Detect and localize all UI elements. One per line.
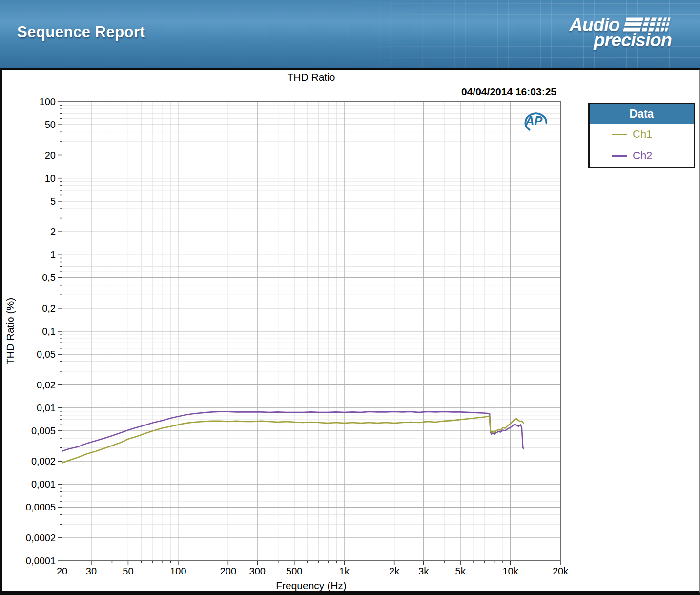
report-header: Sequence Report Audio precision xyxy=(0,0,700,68)
svg-text:20: 20 xyxy=(45,150,56,161)
svg-text:AP: AP xyxy=(525,114,542,128)
svg-text:0,5: 0,5 xyxy=(42,272,56,283)
svg-text:100: 100 xyxy=(40,96,56,107)
series-ch2 xyxy=(62,412,524,451)
svg-text:2k: 2k xyxy=(389,566,400,576)
svg-text:500: 500 xyxy=(286,566,302,576)
svg-text:5k: 5k xyxy=(455,566,466,576)
audio-precision-logo: Audio precision xyxy=(569,17,672,49)
ch1-line-swatch xyxy=(612,134,627,135)
svg-text:10: 10 xyxy=(45,173,56,184)
svg-text:0,01: 0,01 xyxy=(37,403,56,413)
svg-text:0,005: 0,005 xyxy=(31,425,56,436)
svg-text:50: 50 xyxy=(45,119,56,130)
svg-text:300: 300 xyxy=(249,566,266,576)
ap-logo-icon: AP xyxy=(521,108,550,133)
svg-text:2: 2 xyxy=(50,226,56,237)
tick-labels: 1005020105210,50,20,10,050,020,010,0050,… xyxy=(4,96,569,591)
sequence-report-page: Sequence Report Audio precision THD Rati… xyxy=(0,0,700,595)
legend-box: Data Ch1 Ch2 xyxy=(588,103,695,168)
svg-text:0,001: 0,001 xyxy=(31,479,56,489)
ch2-line-swatch xyxy=(612,155,627,157)
svg-text:0,002: 0,002 xyxy=(31,456,56,467)
svg-text:THD Ratio (%): THD Ratio (%) xyxy=(4,298,16,365)
svg-text:10k: 10k xyxy=(502,566,518,576)
svg-text:1: 1 xyxy=(50,249,56,260)
svg-text:20k: 20k xyxy=(553,566,569,576)
svg-text:1k: 1k xyxy=(339,566,350,576)
page-title: Sequence Report xyxy=(17,23,145,41)
axis-ticks xyxy=(58,102,560,565)
ch2-label: Ch2 xyxy=(633,149,652,162)
svg-text:0,02: 0,02 xyxy=(37,380,56,390)
svg-text:Frequency (Hz): Frequency (Hz) xyxy=(276,580,347,591)
svg-text:5: 5 xyxy=(50,196,56,207)
svg-text:0,1: 0,1 xyxy=(42,326,56,337)
svg-text:20: 20 xyxy=(57,566,67,576)
ch1-label: Ch1 xyxy=(633,128,652,141)
svg-text:200: 200 xyxy=(220,566,236,576)
svg-text:0,0001: 0,0001 xyxy=(26,555,56,566)
svg-text:0,2: 0,2 xyxy=(42,303,56,314)
report-content: THD Ratio 04/04/2014 16:03:25 1005020105… xyxy=(0,68,700,595)
svg-text:50: 50 xyxy=(123,566,133,576)
brand-bars-icon xyxy=(623,17,672,32)
legend-title: Data xyxy=(590,104,694,124)
legend-item-ch2: Ch2 xyxy=(590,145,694,167)
series-ch1 xyxy=(62,416,524,463)
svg-text:0,0002: 0,0002 xyxy=(26,532,56,543)
svg-text:100: 100 xyxy=(170,566,186,576)
svg-text:3k: 3k xyxy=(418,566,429,576)
legend-item-ch1: Ch1 xyxy=(590,124,694,145)
svg-text:30: 30 xyxy=(86,566,97,576)
svg-text:0,0005: 0,0005 xyxy=(26,502,56,512)
svg-text:0,05: 0,05 xyxy=(37,349,56,360)
